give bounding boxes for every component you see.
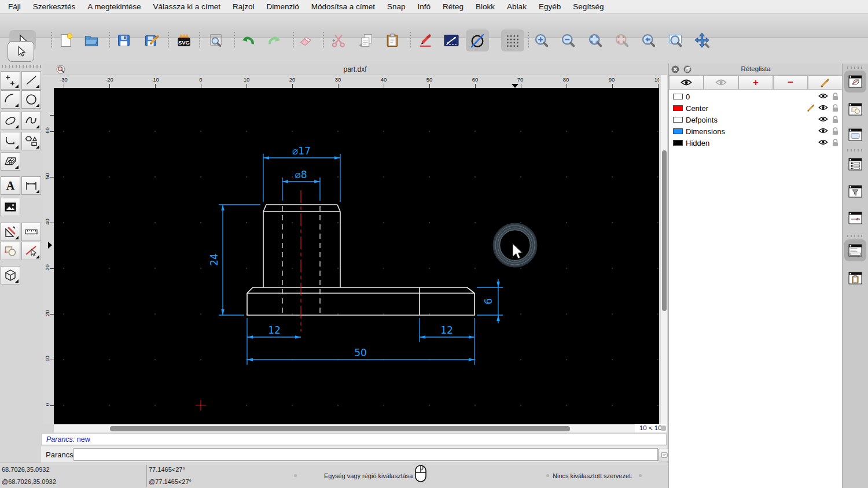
hide-all-layers-button[interactable]	[704, 75, 738, 90]
shapes-tool-button[interactable]	[21, 132, 41, 150]
layer-color-swatch[interactable]	[673, 128, 683, 134]
menu-item-misc[interactable]: Egyéb	[539, 2, 561, 11]
grid-toggle-button[interactable]	[501, 29, 524, 51]
save-button[interactable]	[114, 31, 134, 50]
menu-item-info[interactable]: Infó	[418, 2, 431, 11]
menu-item-edit[interactable]: Szerkesztés	[33, 2, 76, 11]
vertical-scrollbar[interactable]	[660, 75, 667, 424]
menu-item-window[interactable]: Ablak	[507, 2, 527, 11]
pen-settings-dock-button[interactable]	[844, 207, 866, 229]
layer-visible-icon[interactable]	[818, 127, 828, 134]
layer-lock-icon[interactable]	[832, 115, 839, 124]
vertical-scrollbar-thumb[interactable]	[662, 150, 667, 311]
part-outline[interactable]	[247, 205, 475, 315]
horizontal-scrollbar[interactable]	[54, 424, 635, 432]
measure-tool-button[interactable]	[21, 223, 41, 241]
layer-row-center[interactable]: Center	[669, 102, 843, 114]
layer-name[interactable]: 0	[686, 93, 690, 101]
open-file-button[interactable]	[82, 31, 101, 50]
edit-layer-button[interactable]	[808, 75, 843, 90]
property-list-dock-button[interactable]	[844, 153, 866, 175]
save-as-button[interactable]	[142, 31, 161, 50]
layer-color-swatch[interactable]	[673, 117, 683, 123]
layer-color-swatch[interactable]	[673, 105, 683, 111]
zoom-in-button[interactable]	[532, 31, 551, 50]
left-select-tool-button[interactable]	[8, 41, 34, 62]
block-list-dock-button[interactable]	[844, 98, 866, 120]
layer-color-swatch[interactable]	[673, 94, 683, 99]
command-input[interactable]	[73, 448, 658, 461]
redo-button[interactable]	[265, 31, 285, 50]
dimensions[interactable]	[219, 154, 503, 365]
delete-button[interactable]	[296, 31, 315, 50]
layer-lock-icon[interactable]	[832, 127, 839, 135]
print-preview-button[interactable]	[206, 31, 226, 50]
draw-pencil-button[interactable]	[415, 31, 435, 50]
copy-button[interactable]	[356, 31, 376, 50]
layer-row-hidden[interactable]: Hidden	[669, 137, 843, 149]
ellipse-tool-button[interactable]	[1, 112, 20, 130]
zoom-previous-button[interactable]	[639, 31, 659, 50]
dimension-tool-button[interactable]	[21, 176, 41, 195]
menu-item-select[interactable]: Válassza ki a címet	[153, 2, 220, 11]
layer-color-swatch[interactable]	[673, 140, 683, 146]
menu-item-snap[interactable]: Snap	[387, 2, 406, 11]
horizontal-scrollbar-thumb[interactable]	[110, 426, 570, 431]
layer-row-defpoints[interactable]: Defpoints	[669, 114, 843, 125]
modify-tools-button[interactable]	[1, 223, 20, 241]
dimension-texts[interactable]: ⌀17 ⌀8 24 6 12 12 50	[208, 145, 494, 358]
menu-item-file[interactable]: Fájl	[8, 2, 21, 11]
layer-lock-icon[interactable]	[832, 138, 839, 147]
menu-item-modify[interactable]: Módosítsa a címet	[311, 2, 375, 11]
layer-list-dock-button[interactable]	[844, 71, 866, 93]
layer-name[interactable]: Defpoints	[686, 116, 718, 124]
points-tool-button[interactable]	[1, 71, 20, 90]
layer-name[interactable]: Hidden	[686, 139, 709, 147]
zoom-out-button[interactable]	[558, 31, 578, 50]
selection-tools-button[interactable]	[1, 242, 20, 260]
add-layer-button[interactable]: +	[738, 75, 773, 90]
menu-item-view[interactable]: A megtekintése	[87, 2, 141, 11]
paste-button[interactable]	[382, 31, 402, 50]
line-tool-button[interactable]	[21, 71, 41, 90]
cut-button[interactable]	[329, 31, 348, 50]
library-browser-dock-button[interactable]	[844, 124, 866, 146]
hatch-tool-button[interactable]	[1, 152, 20, 171]
arc-tool-button[interactable]	[1, 90, 20, 109]
layer-lock-icon[interactable]	[832, 92, 839, 101]
menu-item-layer[interactable]: Réteg	[443, 2, 464, 11]
isometric-view-button[interactable]	[1, 266, 20, 284]
layer-row-0[interactable]: 0	[669, 91, 843, 102]
document-title[interactable]: part.dxf	[43, 65, 667, 73]
zoom-window-button[interactable]	[665, 31, 685, 50]
dimension-style-button[interactable]	[442, 31, 461, 50]
new-file-button[interactable]	[56, 31, 76, 50]
image-tool-button[interactable]	[1, 198, 20, 216]
circle-tool-button[interactable]	[21, 90, 41, 109]
menu-item-help[interactable]: Segítség	[573, 2, 604, 11]
undo-button[interactable]	[238, 31, 258, 50]
layer-lock-icon[interactable]	[832, 103, 839, 112]
menu-item-block[interactable]: Blokk	[476, 2, 495, 11]
layer-name[interactable]: Center	[686, 104, 708, 113]
layer-name[interactable]: Dimensions	[686, 127, 725, 136]
layer-row-dimensions[interactable]: Dimensions	[669, 125, 843, 137]
selection-filter-dock-button[interactable]	[844, 180, 866, 202]
menu-item-draw[interactable]: Rajzol	[233, 2, 255, 11]
menu-item-dimension[interactable]: Dimenzió	[266, 2, 299, 11]
text-tool-button[interactable]: A	[1, 176, 20, 195]
svg-export-button[interactable]: SVG	[174, 31, 194, 50]
zoom-selection-button[interactable]	[612, 31, 632, 50]
clipboard-dock-button[interactable]	[844, 267, 866, 289]
deselect-tool-button[interactable]	[21, 242, 41, 260]
pan-button[interactable]	[692, 31, 712, 50]
construction-circle-button[interactable]	[466, 29, 489, 51]
spline-tool-button[interactable]	[21, 112, 41, 130]
layer-visible-icon[interactable]	[818, 104, 828, 111]
zoom-auto-button[interactable]	[586, 31, 605, 50]
layer-visible-icon[interactable]	[818, 139, 828, 146]
layer-visible-icon[interactable]	[818, 93, 828, 99]
command-line-dock-button[interactable]	[844, 239, 866, 261]
remove-layer-button[interactable]: −	[773, 75, 808, 90]
polyline-tool-button[interactable]	[1, 132, 20, 150]
